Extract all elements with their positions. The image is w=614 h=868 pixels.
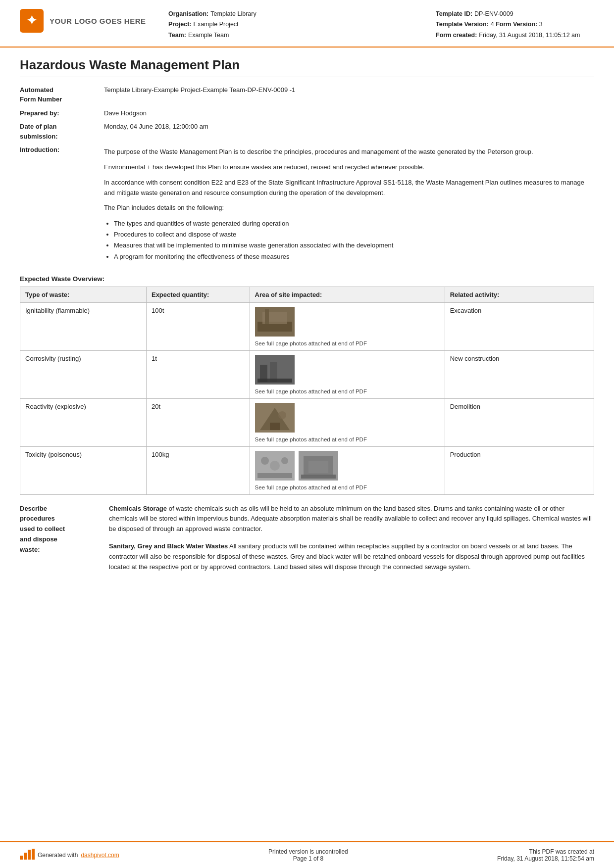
chemicals-storage-bold: Chemicals Storage xyxy=(109,505,167,512)
svg-rect-26 xyxy=(32,849,35,860)
col-header-activity: Related activity: xyxy=(445,287,594,302)
date-of-plan-label: Date of plansubmission: xyxy=(20,122,104,141)
photos-container: See full page photos attached at end of … xyxy=(255,451,440,490)
table-row: Ignitability (flammable) 100t xyxy=(20,302,594,350)
prepared-by-label: Prepared by: xyxy=(20,108,104,118)
photos-container: See full page photos attached at end of … xyxy=(255,355,440,394)
col-header-qty: Expected quantity: xyxy=(146,287,250,302)
main-content: Hazardous Waste Management Plan Automate… xyxy=(0,48,614,841)
table-row: Toxicity (poisonous) 100kg xyxy=(20,446,594,494)
svg-point-13 xyxy=(278,411,286,419)
footer-center: Printed version is uncontrolled Page 1 o… xyxy=(268,848,348,862)
template-version-label: Template Version: xyxy=(436,19,489,30)
list-item: The types and quantities of waste genera… xyxy=(114,218,594,229)
waste-area-cell: See full page photos attached at end of … xyxy=(250,302,445,350)
photos-container: See full page photos attached at end of … xyxy=(255,307,440,346)
footer-right: This PDF was created at Friday, 31 Augus… xyxy=(497,848,594,862)
document-header: ✦ YOUR LOGO GOES HERE Organisation: Temp… xyxy=(0,0,614,48)
org-value: Template Library xyxy=(210,9,256,19)
prepared-by-value: Dave Hodgson xyxy=(104,108,594,118)
waste-qty-cell: 100kg xyxy=(146,446,250,494)
photo-caption: See full page photos attached at end of … xyxy=(255,484,440,490)
table-header-row: Type of waste: Expected quantity: Area o… xyxy=(20,287,594,302)
introduction-label: Introduction: xyxy=(20,145,104,155)
photo-thumbnail xyxy=(255,355,295,385)
waste-area-cell: See full page photos attached at end of … xyxy=(250,446,445,494)
svg-point-16 xyxy=(270,461,280,471)
sanitary-para: Sanitary, Grey and Black Water Wastes Al… xyxy=(109,541,594,572)
template-version-value: 4 Form Version: 3 xyxy=(491,19,543,30)
photo-thumbnail xyxy=(255,451,295,481)
intro-para-4: The Plan includes details on the followi… xyxy=(104,203,594,213)
photos-container: See full page photos attached at end of … xyxy=(255,403,440,442)
footer-link[interactable]: dashpivot.com xyxy=(81,852,119,859)
form-created-value: Friday, 31 August 2018, 11:05:12 am xyxy=(479,30,580,41)
footer-logo-icon xyxy=(20,849,35,862)
photo-caption: See full page photos attached at end of … xyxy=(255,388,440,394)
waste-type-cell: Toxicity (poisonous) xyxy=(20,446,147,494)
waste-type-cell: Reactivity (explosive) xyxy=(20,398,147,446)
intro-para-1: The purpose of the Waste Management Plan… xyxy=(104,147,594,157)
waste-activity-cell: Demolition xyxy=(445,398,594,446)
waste-type-cell: Corrosivity (rusting) xyxy=(20,350,147,398)
header-meta-right: Template ID: DP-ENV-0009 Template Versio… xyxy=(436,9,594,41)
waste-activity-cell: Excavation xyxy=(445,302,594,350)
list-item: A program for monitoring the effectivene… xyxy=(114,251,594,262)
prepared-by-row: Prepared by: Dave Hodgson xyxy=(20,108,594,118)
col-header-type: Type of waste: xyxy=(20,287,147,302)
logo-icon: ✦ xyxy=(20,9,44,33)
logo-text: YOUR LOGO GOES HERE xyxy=(50,17,146,25)
describe-procedures-label: Describeproceduresused to collectand dis… xyxy=(20,504,99,579)
photo-thumbnail xyxy=(299,451,338,481)
automated-form-value: Template Library-Example Project-Example… xyxy=(104,85,594,104)
document-footer: Generated with dashpivot.com Printed ver… xyxy=(0,841,614,868)
waste-qty-cell: 1t xyxy=(146,350,250,398)
waste-qty-cell: 100t xyxy=(146,302,250,350)
sanitary-bold: Sanitary, Grey and Black Water Wastes xyxy=(109,542,228,550)
template-id-label: Template ID: xyxy=(436,9,472,19)
intro-bullet-list: The types and quantities of waste genera… xyxy=(114,218,594,262)
intro-para-2: Environmental + has developed this Plan … xyxy=(104,162,594,173)
chemicals-storage-para: Chemicals Storage of waste chemicals suc… xyxy=(109,504,594,534)
logo-area: ✦ YOUR LOGO GOES HERE xyxy=(20,9,149,33)
list-item: Procedures to collect and dispose of was… xyxy=(114,229,594,240)
svg-rect-22 xyxy=(301,475,336,479)
org-label: Organisation: xyxy=(168,9,208,19)
waste-area-cell: See full page photos attached at end of … xyxy=(250,350,445,398)
project-value: Example Project xyxy=(194,19,239,30)
svg-rect-21 xyxy=(308,461,328,473)
svg-rect-18 xyxy=(257,473,292,478)
photo-thumbnail xyxy=(255,403,295,433)
col-header-area: Area of site impacted: xyxy=(250,287,445,302)
introduction-content: The purpose of the Waste Management Plan… xyxy=(104,147,594,266)
describe-procedures-section: Describeproceduresused to collectand dis… xyxy=(20,504,594,579)
svg-rect-25 xyxy=(28,850,31,860)
footer-left: Generated with dashpivot.com xyxy=(20,849,119,862)
photos-row xyxy=(255,355,440,385)
photos-row xyxy=(255,307,440,337)
photos-row xyxy=(255,403,440,433)
svg-rect-12 xyxy=(270,423,280,430)
waste-qty-cell: 20t xyxy=(146,398,250,446)
svg-point-15 xyxy=(261,457,269,465)
svg-rect-9 xyxy=(257,379,292,383)
page: ✦ YOUR LOGO GOES HERE Organisation: Temp… xyxy=(0,0,614,868)
pdf-created-label: This PDF was created at xyxy=(497,848,594,855)
team-label: Team: xyxy=(168,30,186,41)
header-meta-center: Organisation: Template Library Project: … xyxy=(168,9,436,41)
date-of-plan-value: Monday, 04 June 2018, 12:00:00 am xyxy=(104,122,594,141)
waste-activity-cell: Production xyxy=(445,446,594,494)
waste-type-cell: Ignitability (flammable) xyxy=(20,302,147,350)
waste-table: Type of waste: Expected quantity: Area o… xyxy=(20,287,594,495)
project-label: Project: xyxy=(168,19,192,30)
document-title: Hazardous Waste Management Plan xyxy=(20,57,594,77)
chemicals-storage-text: of waste chemicals such as oils will be … xyxy=(109,505,592,533)
pdf-created-date: Friday, 31 August 2018, 11:52:54 am xyxy=(497,855,594,862)
automated-form-label: AutomatedForm Number xyxy=(20,85,104,104)
table-row: Reactivity (explosive) 20t xyxy=(20,398,594,446)
team-value: Example Team xyxy=(188,30,229,41)
table-body: Ignitability (flammable) 100t xyxy=(20,302,594,494)
photos-row xyxy=(255,451,440,481)
date-of-plan-row: Date of plansubmission: Monday, 04 June … xyxy=(20,122,594,141)
list-item: Measures that will be implemented to min… xyxy=(114,240,594,251)
